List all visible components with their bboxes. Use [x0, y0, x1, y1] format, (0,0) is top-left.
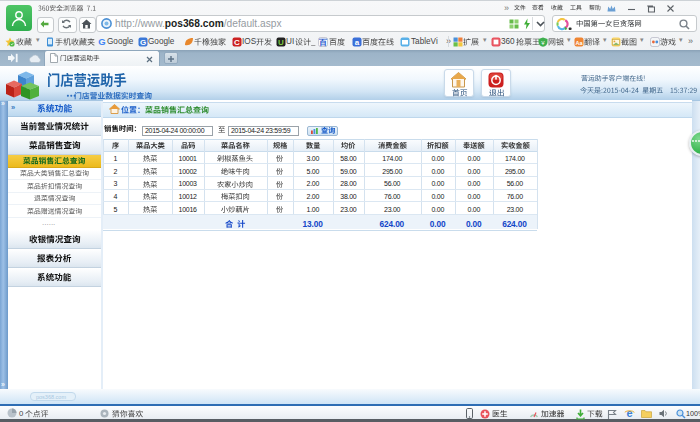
svg-text:a: a [355, 38, 360, 47]
svg-text:G: G [98, 37, 105, 47]
svg-text:Aa: Aa [575, 40, 583, 46]
svg-text:e: e [626, 408, 632, 419]
svg-text:百: 百 [318, 38, 328, 47]
svg-text:C: C [234, 38, 240, 47]
svg-text:G: G [140, 38, 146, 47]
svg-text:U: U [278, 38, 284, 47]
